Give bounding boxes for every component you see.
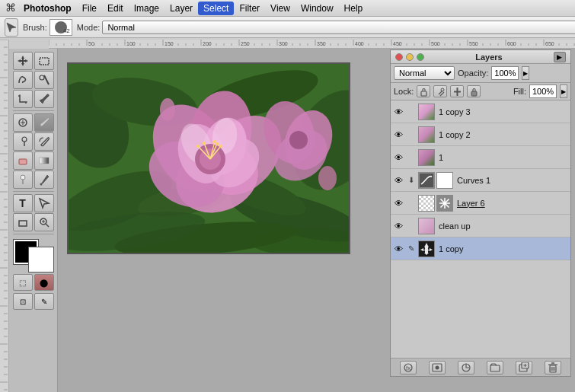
minimize-button[interactable]	[406, 53, 414, 61]
layer-mask-button[interactable]	[429, 361, 446, 374]
mask-curves1	[436, 172, 453, 189]
layer-item-cleanup[interactable]: 👁 clean up	[391, 215, 570, 237]
new-layer-button[interactable]	[516, 361, 532, 374]
edit-btn[interactable]: ✎	[34, 293, 54, 310]
crop-tool[interactable]	[13, 90, 33, 108]
svg-point-183	[213, 140, 216, 143]
menu-select[interactable]: Select	[198, 2, 234, 15]
menu-window[interactable]: Window	[295, 2, 339, 15]
svg-text:200: 200	[203, 41, 212, 46]
tool-sep-1	[13, 110, 54, 111]
visibility-curves1[interactable]: 👁	[392, 174, 404, 186]
visibility-1copy2[interactable]: 👁	[392, 129, 404, 141]
layer-adjustment-button[interactable]	[458, 361, 474, 374]
menu-filter[interactable]: Filter	[234, 2, 265, 15]
zoom-tool[interactable]	[34, 213, 54, 231]
layer-opacity-arrow[interactable]: ▶	[522, 66, 529, 80]
svg-text:350: 350	[317, 41, 326, 46]
thumb-1	[418, 149, 435, 166]
menu-view[interactable]: View	[265, 2, 295, 15]
history-brush-tool[interactable]	[34, 132, 54, 151]
lock-image-btn[interactable]	[433, 85, 447, 97]
layer-item-1copy[interactable]: 👁 ✎ 1 copy	[391, 237, 570, 260]
visibility-cleanup[interactable]: 👁	[392, 220, 404, 232]
dodge-tool[interactable]	[13, 171, 33, 189]
fullscreen-btn[interactable]: ⊡	[13, 293, 33, 310]
svg-point-140	[22, 137, 27, 142]
brush-field-group: Brush: 42	[23, 19, 72, 36]
fill-input[interactable]	[529, 84, 557, 98]
menu-bar: ⌘ Photoshop File Edit Image Layer Select…	[0, 0, 575, 17]
svg-line-135	[44, 75, 49, 84]
panel-menu-button[interactable]: ▶	[554, 52, 566, 62]
svg-point-146	[40, 183, 42, 186]
healing-brush-tool[interactable]	[13, 113, 33, 132]
svg-point-181	[203, 142, 206, 145]
tool-sep-3	[13, 234, 54, 234]
svg-rect-86	[0, 40, 9, 392]
layer-item-1[interactable]: 👁 1	[391, 146, 570, 169]
color-picker[interactable]	[14, 240, 53, 272]
background-color[interactable]	[29, 247, 53, 272]
delete-layer-button[interactable]	[545, 361, 561, 374]
menu-file[interactable]: File	[77, 2, 102, 15]
layer-name-layer6: Layer 6	[455, 199, 569, 208]
svg-rect-142	[19, 159, 27, 164]
eyedropper-tool[interactable]	[34, 90, 54, 108]
marquee-tool[interactable]	[34, 52, 54, 70]
quick-mask-mode[interactable]: ⬤	[34, 274, 54, 291]
pen-tool[interactable]	[34, 171, 54, 189]
menu-edit[interactable]: Edit	[102, 2, 129, 15]
lasso-tool[interactable]	[13, 71, 33, 89]
visibility-1copy3[interactable]: 👁	[392, 106, 404, 118]
layer-item-1copy3[interactable]: 👁 1 copy 3	[391, 100, 570, 123]
fill-arrow[interactable]: ▶	[560, 84, 567, 98]
brush-preview[interactable]: 42	[50, 19, 72, 36]
eraser-tool[interactable]	[13, 151, 33, 170]
svg-rect-197	[420, 174, 433, 187]
layer-item-1copy2[interactable]: 👁 1 copy 2	[391, 123, 570, 146]
gradient-tool[interactable]	[34, 151, 54, 170]
layer-item-curves1[interactable]: 👁 ⬇ Curves 1	[391, 169, 570, 192]
menu-help[interactable]: Help	[339, 2, 369, 15]
visibility-layer6[interactable]: 👁	[392, 197, 404, 209]
ruler-horizontal: 50100150200250300350400450500550600650	[49, 40, 575, 49]
lock-all-btn[interactable]	[467, 85, 481, 97]
visibility-1copy[interactable]: 👁	[392, 243, 404, 255]
path-select-tool[interactable]	[34, 194, 54, 212]
menu-layer[interactable]: Layer	[165, 2, 198, 15]
link-1copy2	[406, 129, 417, 141]
magic-wand-tool[interactable]	[34, 71, 54, 89]
svg-rect-143	[40, 158, 49, 164]
visibility-1[interactable]: 👁	[392, 151, 404, 164]
layer-mode-select[interactable]: Normal Multiply Screen Overlay	[394, 66, 455, 80]
tool-row-9	[13, 213, 54, 231]
maximize-button[interactable]	[417, 53, 424, 61]
svg-text:400: 400	[355, 41, 364, 46]
svg-point-187	[289, 131, 308, 149]
mode-select[interactable]: Normal Multiply Screen	[102, 21, 575, 34]
clone-stamp-tool[interactable]	[13, 132, 33, 151]
layer-item-layer6[interactable]: 👁 Layer 6	[391, 192, 570, 215]
link-1copy[interactable]: ✎	[406, 243, 417, 255]
layer-group-button[interactable]	[487, 361, 503, 374]
text-tool[interactable]: T	[13, 194, 33, 212]
menu-photoshop[interactable]: Photoshop	[18, 2, 77, 15]
lock-transparent-btn[interactable]	[417, 85, 430, 97]
close-button[interactable]	[395, 53, 403, 61]
menu-image[interactable]: Image	[129, 2, 165, 15]
shape-tool[interactable]	[13, 213, 33, 231]
options-bar: Brush: 42 Mode: Normal Multiply Screen O…	[0, 17, 575, 38]
current-tool-icon[interactable]	[5, 18, 18, 37]
standard-mode[interactable]: ⬚	[13, 274, 33, 291]
tool-row-6	[13, 151, 54, 170]
apple-menu[interactable]: ⌘	[3, 0, 18, 17]
layer-fx-button[interactable]: fx	[400, 361, 417, 374]
link-curves1[interactable]: ⬇	[406, 174, 417, 186]
lock-position-btn[interactable]	[450, 85, 464, 97]
layer-opacity-input[interactable]	[491, 66, 519, 80]
brush-tool[interactable]	[34, 113, 54, 132]
tool-sep-2	[13, 191, 54, 192]
tool-row-4	[13, 113, 54, 132]
move-tool[interactable]	[13, 52, 33, 70]
